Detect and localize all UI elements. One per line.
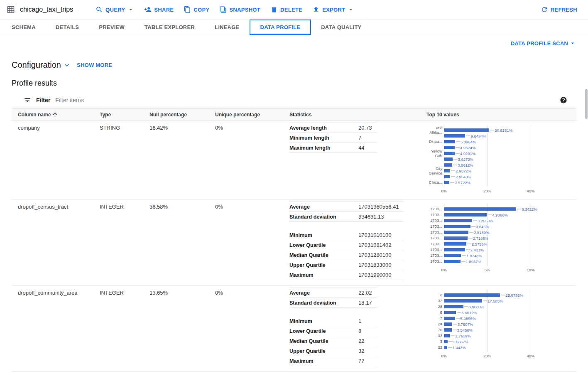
chart-bar <box>444 140 455 143</box>
stat-row: Standard deviation334631.13 <box>289 212 404 222</box>
chart-value-label: 3.5456% <box>453 328 473 332</box>
chart-category-label: 1703... <box>426 253 442 258</box>
chart-tick-label: 0% <box>441 354 447 358</box>
chart-category-label: 3 <box>426 340 442 344</box>
chart-value-label: 2.8189% <box>469 230 490 235</box>
cell-column-name: company <box>12 121 100 199</box>
chart-value-label: 2.431% <box>466 248 484 252</box>
header-label: Column name <box>18 112 51 118</box>
snapshot-button-label: SNAPSHOT <box>229 7 260 13</box>
delete-button[interactable]: DELETE <box>266 2 306 17</box>
filter-input[interactable] <box>55 97 555 103</box>
chart-bar <box>444 293 500 297</box>
export-button[interactable]: EXPORT <box>308 2 358 17</box>
snapshot-button[interactable]: SNAPSHOT <box>215 2 265 17</box>
chart-category-label: Yellow Cab <box>426 149 442 158</box>
query-button[interactable]: QUERY <box>91 2 138 17</box>
data-profile-scan-menu[interactable]: DATA PROFILE SCAN <box>511 39 576 47</box>
chart-bar <box>444 311 456 314</box>
top-values-chart: Taxi Affilia...20.9281%9.8494%Dispa...5.… <box>426 125 576 194</box>
chart-category-label: 1703... <box>426 213 442 217</box>
stat-row: Average length20.73 <box>289 123 377 133</box>
copy-button[interactable]: COPY <box>179 2 213 17</box>
tab-label: DETAILS <box>56 24 79 30</box>
chart-bar <box>444 134 465 138</box>
chart-value-label: 1.8937% <box>461 259 482 264</box>
chart-value-label: 5.0964% <box>456 140 476 144</box>
chart-bar <box>444 146 455 149</box>
tab-data-profile[interactable]: DATA PROFILE <box>250 20 311 35</box>
tab-preview[interactable]: PREVIEW <box>89 20 135 35</box>
stat-value: 8 <box>358 328 366 334</box>
chart-category-label: 1703... <box>426 259 442 264</box>
chart-bar <box>444 260 461 263</box>
caret-down-icon <box>569 39 576 47</box>
stat-value: 22 <box>358 338 369 344</box>
chart-bar <box>444 152 455 155</box>
chart-tick-label: 40% <box>527 189 534 193</box>
chart-bar <box>444 207 516 211</box>
stat-row: Minimum length7 <box>289 133 377 143</box>
chart-category-label: 76 <box>426 328 442 332</box>
chart-value-label: 4.9524% <box>456 145 476 150</box>
share-button[interactable]: SHARE <box>140 2 178 17</box>
stat-value: 17031990000 <box>358 272 397 278</box>
tab-details[interactable]: DETAILS <box>46 20 89 35</box>
sort-arrow-up-icon[interactable] <box>52 111 58 118</box>
stat-row: Maximum17031990000 <box>289 270 404 280</box>
stat-row: Minimum1 <box>289 316 377 326</box>
stat-value: 18.17 <box>358 300 377 306</box>
chart-tick-label: 10% <box>527 268 534 272</box>
tab-data-quality[interactable]: DATA QUALITY <box>311 20 371 35</box>
chart-plot: 825.8792%3217.585%288.9088%65.6012%75.08… <box>426 290 576 352</box>
chart-bar <box>444 317 455 320</box>
chart-plot: Taxi Affilia...20.9281%9.8494%Dispa...5.… <box>426 125 576 187</box>
chart-category-label: 6 <box>426 310 442 315</box>
help-icon[interactable] <box>560 96 567 104</box>
chart-value-label: 3.046% <box>471 224 489 229</box>
cell-unique-percentage: 0% <box>215 199 289 285</box>
cell-type: INTEGER <box>100 285 149 371</box>
stat-label: Standard deviation <box>289 300 358 306</box>
stat-row: Average22.02 <box>289 288 377 298</box>
tab-bar: SCHEMA DETAILS PREVIEW TABLE EXPLORER LI… <box>0 20 588 35</box>
stat-value: 44 <box>358 145 369 151</box>
tab-schema[interactable]: SCHEMA <box>2 20 46 35</box>
chart-category-label: 7 <box>426 316 442 321</box>
stat-value: 17031010100 <box>358 232 397 238</box>
tab-table-explorer[interactable]: TABLE EXPLORER <box>135 20 205 35</box>
table-grid-icon <box>7 5 15 14</box>
chart-value-label: 3.7607% <box>453 322 473 327</box>
stat-spacer <box>289 222 404 230</box>
chevron-down-icon[interactable] <box>63 61 71 69</box>
toolbar: chicago_taxi_trips QUERY SHARE COPY SNAP… <box>0 0 588 20</box>
chart-category-label: 8 <box>426 293 442 298</box>
chart-bar <box>444 219 472 222</box>
header-type: Type <box>100 112 149 118</box>
chart-value-label: 9.8494% <box>466 134 486 138</box>
stat-row: Maximum length44 <box>289 143 377 153</box>
chart-value-label: 2.5756% <box>467 242 488 246</box>
chart-category-label: 1703... <box>426 207 442 212</box>
share-button-label: SHARE <box>154 7 174 13</box>
chart-bar <box>444 169 450 172</box>
scrollbar-thumb[interactable] <box>585 89 588 119</box>
stat-value: 7 <box>358 135 366 141</box>
chart-tick-label: 5% <box>485 268 490 272</box>
refresh-button[interactable]: REFRESH <box>537 2 581 17</box>
header-column-name[interactable]: Column name <box>12 111 100 118</box>
filter-label: Filter <box>36 97 50 103</box>
stat-row: Median Quartile17031280100 <box>289 250 404 260</box>
chart-category-label: 1703... <box>426 219 442 223</box>
filter-bar: Filter <box>12 92 576 108</box>
stat-label: Minimum <box>289 318 358 324</box>
tab-lineage[interactable]: LINEAGE <box>205 20 250 35</box>
stat-label: Minimum length <box>289 135 358 141</box>
table-row: dropoff_community_areaINTEGER13.65%0%Ave… <box>12 285 576 372</box>
chart-value-label: 20.9281% <box>490 128 512 133</box>
tab-label: SCHEMA <box>12 24 36 30</box>
page-title: chicago_taxi_trips <box>20 6 73 13</box>
chart-category-label: 1703... <box>426 236 442 241</box>
chart-axis: 0%20%40% <box>426 189 576 194</box>
show-more-link[interactable]: SHOW MORE <box>77 62 112 68</box>
